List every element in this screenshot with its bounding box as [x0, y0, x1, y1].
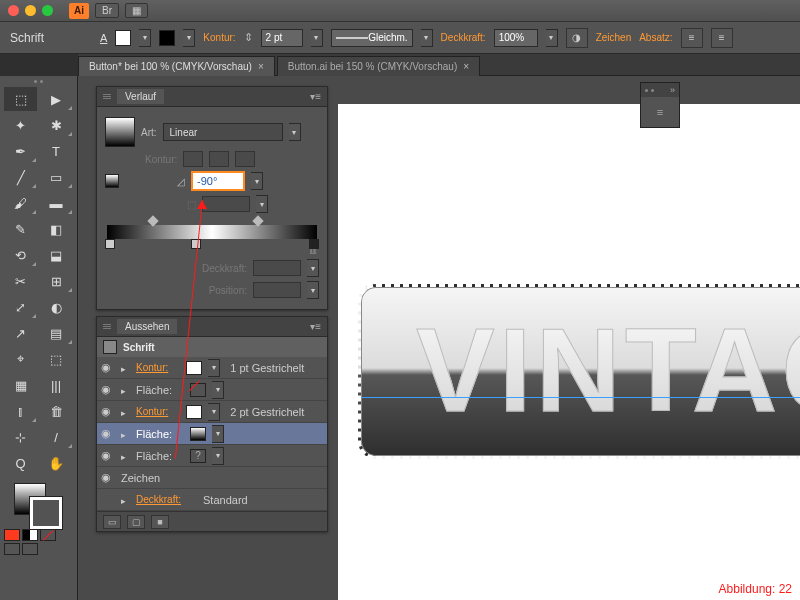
- opacity-field[interactable]: 100%: [494, 29, 538, 47]
- panel-grip[interactable]: [103, 324, 111, 329]
- angle-dd[interactable]: [251, 172, 263, 190]
- gradient-type-field[interactable]: Linear: [163, 123, 283, 141]
- midpoint-2[interactable]: [252, 215, 263, 226]
- tool-25[interactable]: 🗑: [40, 399, 73, 423]
- stroke-dash-field[interactable]: Gleichm.: [331, 29, 413, 47]
- panel-title[interactable]: Verlauf: [117, 89, 164, 104]
- tool-14[interactable]: ✂: [4, 269, 37, 293]
- document-tab-active[interactable]: Button* bei 100 % (CMYK/Vorschau)×: [78, 56, 275, 76]
- align-left-button[interactable]: ≡: [681, 28, 703, 48]
- hamburger-icon[interactable]: ≡: [641, 97, 679, 127]
- swap-gradient-icon[interactable]: [105, 174, 119, 188]
- tool-11[interactable]: ◧: [40, 217, 73, 241]
- tool-13[interactable]: ⬓: [40, 243, 73, 267]
- appearance-row[interactable]: ◉Fläche:?: [97, 445, 327, 467]
- expand-icon[interactable]: [121, 406, 130, 418]
- window-maximize[interactable]: [42, 5, 53, 16]
- dash-dd[interactable]: [421, 29, 433, 47]
- stroke-proxy[interactable]: [30, 497, 62, 529]
- stroke-weight-dd[interactable]: [311, 29, 323, 47]
- tool-17[interactable]: ◐: [40, 295, 73, 319]
- stroke-weight-field[interactable]: 2 pt: [261, 29, 303, 47]
- expand-icon[interactable]: [121, 362, 130, 374]
- gradient-ramp[interactable]: [107, 225, 317, 239]
- tool-22[interactable]: ▦: [4, 373, 37, 397]
- tool-9[interactable]: ▬: [40, 191, 73, 215]
- tool-10[interactable]: ✎: [4, 217, 37, 241]
- stroke-dd[interactable]: [183, 29, 195, 47]
- tool-7[interactable]: ▭: [40, 165, 73, 189]
- visibility-icon[interactable]: ◉: [101, 361, 115, 374]
- expand-icon[interactable]: [121, 384, 130, 396]
- swatch-gradient[interactable]: [190, 427, 206, 441]
- appearance-row[interactable]: ◉Zeichen: [97, 467, 327, 489]
- visibility-icon[interactable]: ◉: [101, 383, 115, 396]
- expand-icon[interactable]: [121, 494, 130, 506]
- gtype-dd[interactable]: [289, 123, 301, 141]
- tool-24[interactable]: ⫿: [4, 399, 37, 423]
- absatz-link[interactable]: Absatz:: [639, 32, 672, 43]
- appearance-row[interactable]: ◉Kontur:1 pt Gestrichelt: [97, 357, 327, 379]
- tool-16[interactable]: ⤢: [4, 295, 37, 319]
- fill-swatch[interactable]: [115, 30, 131, 46]
- appearance-row[interactable]: Deckkraft:Standard: [97, 489, 327, 511]
- tool-18[interactable]: ↗: [4, 321, 37, 345]
- tool-4[interactable]: ✒: [4, 139, 37, 163]
- artwork-text[interactable]: VINTAG: [416, 302, 800, 438]
- appearance-row[interactable]: ◉Fläche:: [97, 423, 327, 445]
- fill-stroke-proxy[interactable]: [4, 481, 73, 527]
- artwork-button[interactable]: VINTAG: [358, 284, 800, 459]
- appearance-row[interactable]: ◉Fläche:: [97, 379, 327, 401]
- tool-12[interactable]: ⟲: [4, 243, 37, 267]
- tool-19[interactable]: ▤: [40, 321, 73, 345]
- gradient-stop-1[interactable]: [105, 239, 115, 249]
- visibility-icon[interactable]: ◉: [101, 427, 115, 440]
- visibility-icon[interactable]: ◉: [101, 405, 115, 418]
- new-art-button[interactable]: ▭: [103, 515, 121, 529]
- tool-1[interactable]: ▶: [40, 87, 73, 111]
- gradient-mode-button[interactable]: [22, 529, 38, 541]
- window-close[interactable]: [8, 5, 19, 16]
- gradient-preview[interactable]: [105, 117, 135, 147]
- screen-mode-button[interactable]: [4, 543, 20, 555]
- close-icon[interactable]: ×: [258, 61, 264, 72]
- kontur-label[interactable]: Kontur:: [203, 32, 235, 43]
- visibility-icon[interactable]: ◉: [101, 449, 115, 462]
- swatch[interactable]: [186, 361, 202, 375]
- tool-2[interactable]: ✦: [4, 113, 37, 137]
- tool-5[interactable]: T: [40, 139, 73, 163]
- window-minimize[interactable]: [25, 5, 36, 16]
- none-mode-button[interactable]: [40, 529, 56, 541]
- opacity-dd[interactable]: [546, 29, 558, 47]
- swatch-unknown[interactable]: ?: [190, 449, 206, 463]
- recolor-button[interactable]: ◑: [566, 28, 588, 48]
- swatch[interactable]: [186, 405, 202, 419]
- new-fill-button[interactable]: ■: [151, 515, 169, 529]
- panel-menu-icon[interactable]: ▾≡: [310, 321, 321, 332]
- zeichen-link[interactable]: Zeichen: [596, 32, 632, 43]
- tool-29[interactable]: ✋: [40, 451, 73, 475]
- align-center-button[interactable]: ≡: [711, 28, 733, 48]
- panel-grip[interactable]: [103, 94, 111, 99]
- tool-0[interactable]: ⬚: [4, 87, 37, 111]
- tool-15[interactable]: ⊞: [40, 269, 73, 293]
- layout-button[interactable]: ▦: [125, 3, 148, 18]
- tool-3[interactable]: ✱: [40, 113, 73, 137]
- tool-8[interactable]: 🖌: [4, 191, 37, 215]
- collapsed-panel[interactable]: » ≡: [640, 82, 680, 128]
- document-tab[interactable]: Button.ai bei 150 % (CMYK/Vorschau)×: [277, 56, 480, 76]
- char-icon[interactable]: A: [100, 32, 107, 44]
- draw-mode-button[interactable]: [22, 543, 38, 555]
- tool-21[interactable]: ⬚: [40, 347, 73, 371]
- tool-26[interactable]: ⊹: [4, 425, 37, 449]
- row-label[interactable]: Kontur:: [136, 362, 168, 373]
- gradient-angle-field[interactable]: -90°: [191, 171, 245, 191]
- panel-menu-icon[interactable]: ▾≡: [310, 91, 321, 102]
- deckkraft-label[interactable]: Deckkraft:: [441, 32, 486, 43]
- visibility-icon[interactable]: ◉: [101, 471, 115, 484]
- swatch-none[interactable]: [190, 383, 206, 397]
- expand-icon[interactable]: [121, 428, 130, 440]
- tool-28[interactable]: Q: [4, 451, 37, 475]
- color-mode-button[interactable]: [4, 529, 20, 541]
- tool-27[interactable]: /: [40, 425, 73, 449]
